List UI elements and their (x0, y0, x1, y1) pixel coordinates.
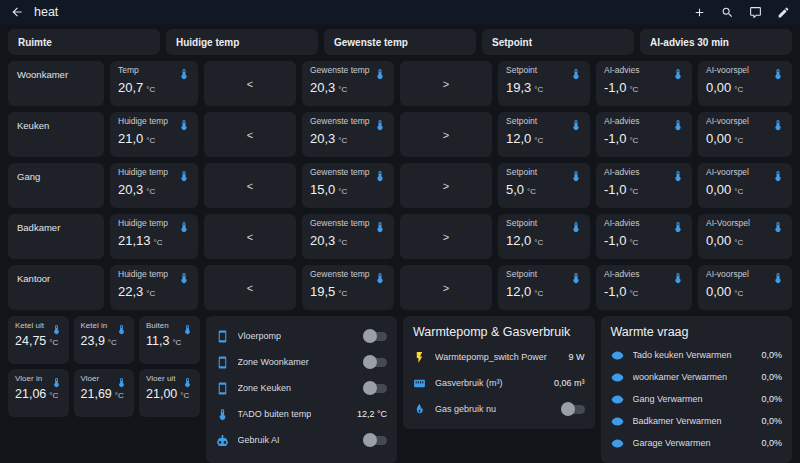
setpoint-card[interactable]: Setpoint 19,3 °C (498, 61, 590, 106)
decrease-button[interactable]: < (204, 61, 296, 106)
current-temp-card[interactable]: Temp 20,7 °C (110, 61, 198, 106)
setpoint-card[interactable]: Setpoint 12,0 °C (498, 265, 590, 310)
entity-value: 0,0% (755, 372, 782, 382)
temp-unit: °C (338, 187, 347, 196)
entity-row[interactable]: Zone Woonkamer (216, 349, 388, 375)
temp-unit: °C (338, 85, 347, 94)
increase-button[interactable]: > (400, 214, 492, 259)
target-temp-card[interactable]: Gewenste temp 20,3 °C (302, 61, 394, 106)
ai-voorspel-card[interactable]: AI-voorspel 0,00 °C (698, 112, 792, 157)
entity-row[interactable]: Garage Verwarmen 0,0% (611, 432, 783, 454)
entity-row[interactable]: Gasverbruik (m³) 0,06 m³ (413, 370, 585, 396)
ai-voorspel-value: 0,00 (706, 284, 731, 299)
entity-row[interactable]: Vloerpomp (216, 323, 388, 349)
current-temp-card[interactable]: Huidige temp 21,0 °C (110, 112, 198, 157)
ai-voorspel-card[interactable]: AI-voorspel 0,00 °C (698, 163, 792, 208)
toggle-switch[interactable] (363, 384, 387, 393)
entity-value: 9 W (562, 352, 584, 362)
edit-icon[interactable] (777, 6, 790, 19)
ai-advies-card[interactable]: AI-advies -1,0 °C (596, 265, 692, 310)
entity-row[interactable]: Gebruik AI (216, 427, 388, 453)
temp-unit: °C (146, 85, 155, 94)
decrease-button[interactable]: < (204, 163, 296, 208)
current-temp-card[interactable]: Huidige temp 21,13 °C (110, 214, 198, 259)
decrease-button[interactable]: < (204, 112, 296, 157)
chevron-left-icon: < (247, 231, 253, 243)
add-icon[interactable] (693, 6, 706, 19)
sensor-cards: Ketel uit 24,75 °C Ketel in 23,9 °C Buit… (8, 316, 200, 417)
toggle-switch[interactable] (363, 332, 387, 341)
entity-label: Vloerpomp (238, 331, 282, 341)
decrease-button[interactable]: < (204, 265, 296, 310)
bottom-section: Ketel uit 24,75 °C Ketel in 23,9 °C Buit… (8, 316, 792, 463)
target-temp-card[interactable]: Gewenste temp 20,3 °C (302, 214, 394, 259)
room-card[interactable]: Kantoor (8, 265, 104, 310)
increase-button[interactable]: > (400, 265, 492, 310)
ai-advies-card[interactable]: AI-advies -1,0 °C (596, 61, 692, 106)
ai-voorspel-card[interactable]: AI-Voorspel 0,00 °C (698, 214, 792, 259)
room-card[interactable]: Gang (8, 163, 104, 208)
target-temp-card[interactable]: Gewenste temp 19,5 °C (302, 265, 394, 310)
column-header: AI-advies 30 min (640, 29, 792, 55)
target-temp-label: Gewenste temp (310, 219, 370, 229)
toggle-knob (363, 433, 377, 447)
search-icon[interactable] (721, 6, 734, 19)
increase-button[interactable]: > (400, 112, 492, 157)
toggle-knob (561, 402, 575, 416)
rooms-table: Woonkamer Temp 20,7 °C < Gewenste temp 2… (8, 61, 792, 310)
entity-label: Warmtepomp_switch Power (435, 352, 547, 362)
sensor-card[interactable]: Vloer uit 21,00 °C (139, 369, 200, 417)
current-temp-value: 20,3 (118, 182, 143, 197)
sensor-card[interactable]: Buiten 11,3 °C (139, 316, 200, 364)
current-temp-card[interactable]: Huidige temp 22,3 °C (110, 265, 198, 310)
ai-advies-card[interactable]: AI-advies -1,0 °C (596, 214, 692, 259)
ai-advies-value: -1,0 (604, 284, 626, 299)
setpoint-card[interactable]: Setpoint 12,0 °C (498, 112, 590, 157)
increase-button[interactable]: > (400, 61, 492, 106)
current-temp-value: 21,0 (118, 131, 143, 146)
current-temp-card[interactable]: Huidige temp 20,3 °C (110, 163, 198, 208)
toggle-switch[interactable] (561, 405, 585, 414)
setpoint-card[interactable]: Setpoint 12,0 °C (498, 214, 590, 259)
thermometer-icon (570, 219, 582, 231)
sensor-card[interactable]: Vloer 21,69 °C (74, 369, 135, 417)
sensor-card[interactable]: Vloer in 21,06 °C (8, 369, 69, 417)
increase-button[interactable]: > (400, 163, 492, 208)
temp-unit: °C (734, 85, 743, 94)
ai-advies-card[interactable]: AI-advies -1,0 °C (596, 163, 692, 208)
sensor-value: 11,3 (146, 334, 169, 348)
setpoint-value: 12,0 (506, 131, 531, 146)
sensor-card[interactable]: Ketel in 23,9 °C (74, 316, 135, 364)
setpoint-card[interactable]: Setpoint 5,0 °C (498, 163, 590, 208)
back-button[interactable] (10, 5, 24, 19)
ai-voorspel-card[interactable]: AI-voorspel 0,00 °C (698, 265, 792, 310)
entity-row[interactable]: Tado keuken Verwarmen 0,0% (611, 344, 783, 366)
target-temp-label: Gewenste temp (310, 117, 370, 127)
target-temp-card[interactable]: Gewenste temp 20,3 °C (302, 112, 394, 157)
entity-row[interactable]: Badkamer Verwarmen 0,0% (611, 410, 783, 432)
entity-row[interactable]: Zone Keuken (216, 375, 388, 401)
temp-unit: °C (534, 238, 543, 247)
cellphone-icon (216, 330, 229, 343)
column-header: Huidige temp (166, 29, 318, 55)
ai-advies-value: -1,0 (604, 182, 626, 197)
entity-row[interactable]: Gang Verwarmen 0,0% (611, 388, 783, 410)
ai-advies-card[interactable]: AI-advies -1,0 °C (596, 112, 692, 157)
room-card[interactable]: Keuken (8, 112, 104, 157)
decrease-button[interactable]: < (204, 214, 296, 259)
ai-voorspel-card[interactable]: AI-voorspel 0,00 °C (698, 61, 792, 106)
ai-advies-label: AI-advies (604, 66, 639, 76)
entity-row[interactable]: woonkamer Verwarmen 0,0% (611, 366, 783, 388)
chevron-right-icon: > (443, 231, 449, 243)
entity-row[interactable]: TADO buiten temp 12,2 °C (216, 401, 388, 427)
target-temp-card[interactable]: Gewenste temp 15,0 °C (302, 163, 394, 208)
room-card[interactable]: Woonkamer (8, 61, 104, 106)
entity-value: 12,2 °C (351, 409, 387, 419)
comment-icon[interactable] (749, 6, 762, 19)
entity-row[interactable]: Gas gebruik nu (413, 396, 585, 422)
toggle-switch[interactable] (363, 436, 387, 445)
entity-row[interactable]: Warmtepomp_switch Power 9 W (413, 344, 585, 370)
sensor-card[interactable]: Ketel uit 24,75 °C (8, 316, 69, 364)
toggle-switch[interactable] (363, 358, 387, 367)
room-card[interactable]: Badkamer (8, 214, 104, 259)
